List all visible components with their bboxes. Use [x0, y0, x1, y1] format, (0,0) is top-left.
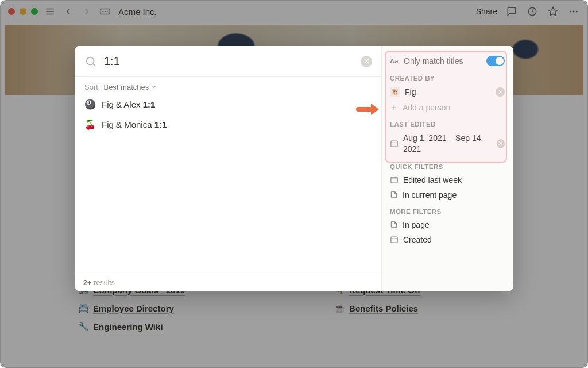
created-by-chip: 🐮 Fig ✕ [382, 84, 513, 100]
sort-label: Sort: [84, 83, 100, 91]
more-filter-created[interactable]: Created [382, 232, 513, 247]
search-modal: ✕ Sort: Best matches 🎱Fig & Alex 1:1🍒Fig… [75, 46, 513, 291]
svg-rect-21 [391, 237, 397, 243]
more-filters-heading: MORE FILTERS [382, 202, 513, 217]
add-person-label: Add a person [403, 103, 450, 112]
results-count: 2+ [83, 279, 91, 287]
sort-select[interactable]: Best matches [103, 83, 157, 91]
quick-filter-label: In current page [403, 190, 457, 200]
clear-search-button[interactable]: ✕ [361, 56, 372, 67]
svg-point-12 [87, 57, 94, 64]
search-input[interactable] [104, 55, 354, 68]
result-emoji: 🎱 [84, 99, 96, 110]
only-titles-toggle[interactable] [486, 56, 505, 66]
more-filter-in-page[interactable]: In page [382, 217, 513, 232]
more-filter-label: In page [403, 220, 430, 229]
page-icon [390, 190, 398, 199]
calendar-icon [390, 175, 399, 184]
result-title: Fig & Monica 1:1 [102, 120, 167, 129]
svg-text:Aa: Aa [390, 57, 399, 64]
quick-filters-heading: QUICK FILTERS [382, 158, 513, 172]
text-match-icon: Aa [390, 56, 399, 66]
page-icon [390, 220, 398, 229]
date-range-value: Aug 1, 2021 – Sep 14, 2021 [403, 133, 492, 155]
results-footer: 2+ results [75, 274, 381, 291]
search-results: 🎱Fig & Alex 1:1🍒Fig & Monica 1:1 [75, 94, 381, 274]
results-word: results [94, 279, 115, 287]
only-titles-label: Only match titles [404, 56, 463, 66]
last-edited-heading: LAST EDITED [382, 115, 513, 130]
date-range-chip[interactable]: Aug 1, 2021 – Sep 14, 2021 ✕ [382, 130, 513, 158]
remove-date-button[interactable]: ✕ [497, 139, 505, 148]
remove-person-button[interactable]: ✕ [496, 87, 505, 97]
add-person-button[interactable]: Add a person [382, 100, 513, 115]
sort-value: Best matches [103, 83, 149, 91]
result-emoji: 🍒 [84, 119, 96, 130]
quick-filter-edited-last-week[interactable]: Edited last week [382, 172, 513, 187]
calendar-icon [390, 139, 399, 148]
search-result[interactable]: 🎱Fig & Alex 1:1 [75, 94, 381, 114]
calendar-icon [390, 235, 399, 244]
search-result[interactable]: 🍒Fig & Monica 1:1 [75, 114, 381, 135]
chevron-down-icon [151, 84, 157, 90]
svg-rect-19 [391, 177, 397, 183]
filter-sidebar: Aa Only match titles CREATED BY 🐮 Fig ✕ … [382, 46, 513, 291]
created-by-name: Fig [405, 87, 416, 97]
svg-rect-17 [391, 141, 397, 147]
result-title: Fig & Alex 1:1 [102, 99, 155, 109]
arrow-annotation [356, 103, 379, 115]
quick-filter-in-current-page[interactable]: In current page [382, 187, 513, 202]
created-by-heading: CREATED BY [382, 69, 513, 84]
quick-filter-label: Edited last week [403, 175, 462, 185]
person-avatar: 🐮 [390, 87, 400, 97]
more-filter-label: Created [403, 235, 432, 244]
plus-icon [390, 103, 398, 112]
search-icon [84, 55, 97, 68]
svg-line-13 [93, 64, 95, 66]
